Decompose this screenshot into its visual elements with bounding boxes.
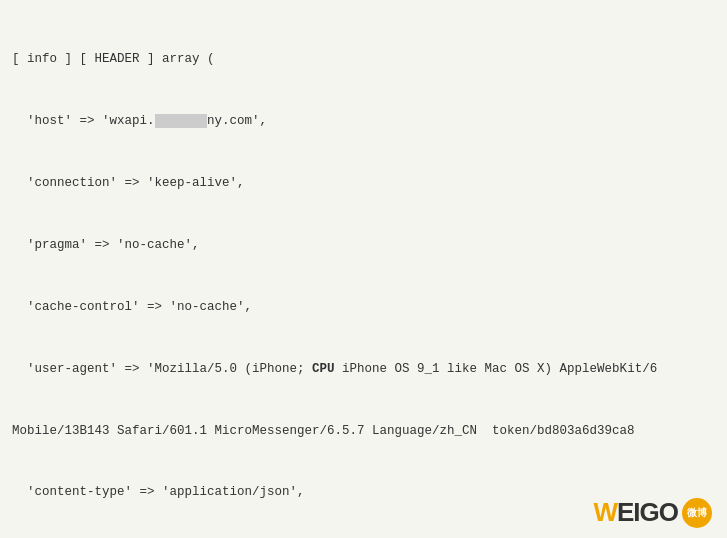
- line-6: 'user-agent' => 'Mozilla/5.0 (iPhone; CP…: [12, 359, 715, 380]
- code-display: [ info ] [ HEADER ] array ( 'host' => 'w…: [0, 0, 727, 538]
- eigo-text: EIGO: [617, 497, 678, 527]
- watermark: WEIGO 微博: [593, 497, 712, 528]
- w-letter: W: [593, 497, 617, 527]
- line-1: [ info ] [ HEADER ] array (: [12, 49, 715, 70]
- watermark-badge: 微博: [682, 498, 712, 528]
- watermark-logo: WEIGO: [593, 497, 678, 528]
- line-2: 'host' => 'wxapi.xxxxxxxny.com',: [12, 111, 715, 132]
- line-5: 'cache-control' => 'no-cache',: [12, 297, 715, 318]
- line-4: 'pragma' => 'no-cache',: [12, 235, 715, 256]
- line-3: 'connection' => 'keep-alive',: [12, 173, 715, 194]
- line-6b: Mobile/13B143 Safari/601.1 MicroMessenge…: [12, 421, 715, 442]
